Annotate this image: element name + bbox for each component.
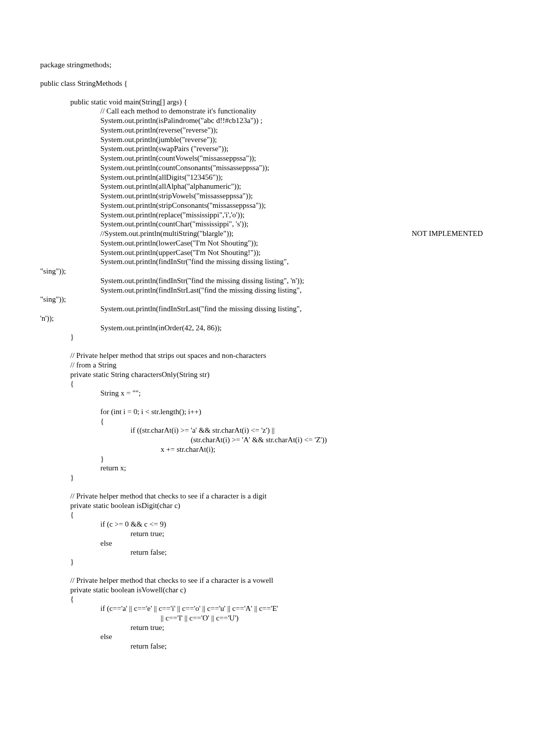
code-line: System.out.println(upperCase("I'm Not Sh…	[40, 248, 493, 258]
code-comment: // Call each method to demonstrate it's …	[40, 106, 493, 116]
if-continuation: || c=='I' || c=='O' || c=='U')	[40, 613, 493, 623]
code-comment: // Private helper method that checks to …	[40, 491, 493, 501]
package-statement: package stringmethods;	[40, 60, 493, 70]
code-line: System.out.println(findInStr("find the m…	[40, 257, 493, 267]
method-declaration: private static String charactersOnly(Str…	[40, 370, 493, 380]
close-brace: }	[40, 454, 493, 464]
code-line: System.out.println(countConsonants("miss…	[40, 163, 493, 173]
open-brace: {	[40, 510, 493, 520]
code-line: System.out.println(stripConsonants("miss…	[40, 201, 493, 210]
code-comment: // Private helper method that checks to …	[40, 576, 493, 585]
return-statement: return true;	[40, 623, 493, 633]
main-method-declaration: public static void main(String[] args) {	[40, 97, 493, 107]
code-line: x += str.charAt(i);	[40, 445, 493, 454]
return-statement: return true;	[40, 529, 493, 539]
if-statement: if (c=='a' || c=='e' || c=='i' || c=='o'…	[40, 604, 493, 613]
code-line: System.out.println(countChar("mississipp…	[40, 219, 493, 229]
close-brace: }	[40, 557, 493, 567]
code-line: System.out.println(allAlpha("alphanumeri…	[40, 182, 493, 191]
else-statement: else	[40, 539, 493, 548]
code-line: System.out.println(countVowels("missasse…	[40, 154, 493, 163]
return-statement: return false;	[40, 548, 493, 557]
if-statement: if (c >= 0 && c <= 9)	[40, 520, 493, 529]
commented-code: //System.out.println(multiString("blargl…	[100, 229, 233, 238]
annotation-text: NOT IMPLEMENTED	[412, 229, 493, 238]
code-line: System.out.println(reverse("reverse"));	[40, 125, 493, 135]
code-line: String x = "";	[40, 389, 493, 398]
code-line: System.out.println(lowerCase("I'm Not Sh…	[40, 238, 493, 248]
code-line: System.out.println(allDigits("123456"));	[40, 173, 493, 182]
code-line: System.out.println(replace("mississippi"…	[40, 210, 493, 220]
wrapped-code: "sing"));	[40, 267, 493, 276]
wrapped-code: 'n'));	[40, 314, 493, 323]
for-loop: for (int i = 0; i < str.length(); i++)	[40, 407, 493, 417]
code-line: System.out.println(findInStr("find the m…	[40, 276, 493, 286]
class-declaration: public class StringMethods {	[40, 79, 493, 88]
if-statement: if ((str.charAt(i) >= 'a' && str.charAt(…	[40, 426, 493, 435]
code-line: System.out.println(inOrder(42, 24, 86));	[40, 323, 493, 333]
code-line: System.out.println(findInStrLast("find t…	[40, 304, 493, 314]
code-line: System.out.println(isPalindrome("abc d!!…	[40, 116, 493, 125]
open-brace: {	[40, 417, 493, 426]
code-document: package stringmethods; public class Stri…	[0, 0, 533, 676]
code-line: System.out.println(swapPairs ("reverse")…	[40, 144, 493, 154]
else-statement: else	[40, 632, 493, 642]
close-brace: }	[40, 473, 493, 482]
code-comment: // from a String	[40, 360, 493, 370]
code-line: System.out.println(jumble("reverse"));	[40, 135, 493, 145]
open-brace: {	[40, 594, 493, 604]
code-comment: // Private helper method that strips out…	[40, 351, 493, 360]
code-line-with-annotation: //System.out.println(multiString("blargl…	[40, 229, 493, 238]
return-statement: return x;	[40, 463, 493, 473]
wrapped-code: "sing"));	[40, 295, 493, 304]
close-brace: }	[40, 332, 493, 342]
code-line: System.out.println(findInStrLast("find t…	[40, 286, 493, 295]
method-declaration: private static boolean isDigit(char c)	[40, 501, 493, 511]
if-continuation: (str.charAt(i) >= 'A' && str.charAt(i) <…	[40, 435, 493, 445]
code-line: System.out.println(stripVowels("missasse…	[40, 191, 493, 201]
return-statement: return false;	[40, 642, 493, 651]
open-brace: {	[40, 379, 493, 389]
method-declaration: private static boolean isVowell(char c)	[40, 585, 493, 595]
